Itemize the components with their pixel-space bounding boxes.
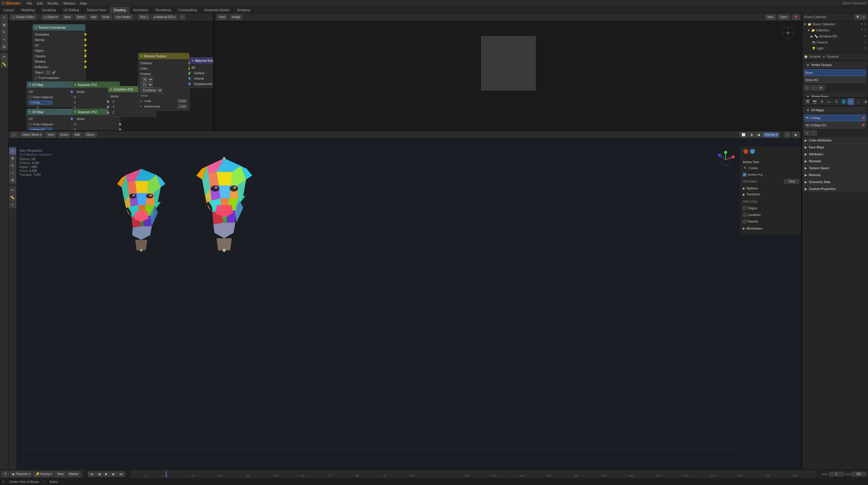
vp-tool-add[interactable]: + bbox=[9, 201, 16, 208]
vertex-group-bone[interactable]: Bone bbox=[804, 69, 866, 76]
shape-keys-header[interactable]: ▼ Shape Keys bbox=[804, 93, 866, 98]
vp-tool-transform[interactable]: ⊞ bbox=[9, 177, 16, 183]
remesh-header[interactable]: ▶ Remesh bbox=[802, 172, 868, 178]
socket-combine-xyz-x[interactable] bbox=[107, 100, 109, 103]
use-nodes-btn[interactable]: Use Nodes bbox=[114, 14, 132, 20]
voronoi-dim-select[interactable]: 3D bbox=[140, 76, 153, 82]
node-uv-map1[interactable]: ▼ UV Map UV From Instancer UVMap ✕ bbox=[27, 82, 75, 107]
prop-scene-tab[interactable]: 🎬 bbox=[804, 98, 811, 105]
socket-sep-xyz2-in[interactable] bbox=[71, 118, 73, 120]
tab-animation[interactable]: Animation bbox=[130, 7, 152, 13]
tab-layout[interactable]: Layout bbox=[0, 7, 18, 13]
node-menu[interactable]: Node bbox=[100, 14, 112, 20]
vp-tool-annotate[interactable]: ✏ bbox=[9, 187, 16, 194]
tool-move[interactable]: ✥ bbox=[1, 22, 7, 28]
node-voronoi-texture[interactable]: ▼ Voronoi Texture Distance Color Positio… bbox=[138, 53, 189, 111]
iv-image-tab[interactable]: Image bbox=[230, 14, 243, 20]
viewport-canvas[interactable]: ↖ ✥ ↻ ⤡ ⊞ ✏ 📏 + User Perspective (1) Col… bbox=[8, 139, 801, 478]
vp-tool-measure[interactable]: 📏 bbox=[9, 194, 16, 201]
vg-down-btn[interactable]: ▼ bbox=[817, 85, 825, 91]
slot-selector[interactable]: Slot 1 bbox=[138, 14, 150, 20]
frame-end-input[interactable]: 250 bbox=[851, 472, 866, 476]
gizmo-dot-y[interactable] bbox=[750, 149, 755, 154]
viewport-mode-select[interactable]: Object Mode ▾ bbox=[20, 132, 43, 137]
socket-sep-xyz2-x[interactable] bbox=[119, 123, 121, 126]
prop-material-tab[interactable]: ◑ bbox=[862, 98, 868, 105]
socket-camera[interactable] bbox=[84, 55, 87, 57]
tab-geometry-nodes[interactable]: Geometry Nodes bbox=[200, 7, 233, 13]
locations-checkbox[interactable] bbox=[743, 213, 746, 217]
socket-generated[interactable] bbox=[84, 33, 87, 36]
socket-mat-volume[interactable] bbox=[188, 77, 191, 79]
node-uv-map2-header[interactable]: ▼ UV Map bbox=[27, 109, 74, 115]
outliner-armature[interactable]: ▶ 🦴 Armature.001 👁 bbox=[802, 33, 868, 39]
tool-annotate[interactable]: ✏ bbox=[1, 54, 7, 60]
node-canvas[interactable]: ▼ Texture Coordinate Generated Normal UV bbox=[8, 21, 213, 130]
vp-tool-cursor[interactable]: ↖ bbox=[9, 148, 16, 155]
tool-measure[interactable]: 📏 bbox=[1, 61, 7, 68]
menu-edit[interactable]: Edit bbox=[35, 0, 45, 7]
uv-map-uvmap[interactable]: 📷 UVMap 📌 bbox=[804, 115, 866, 121]
object-selector[interactable]: ◻ Object ▾ bbox=[42, 14, 60, 20]
socket-object[interactable] bbox=[84, 50, 87, 52]
texture-space-header[interactable]: ▶ Texture Space bbox=[802, 165, 868, 171]
timeline-type[interactable]: ⏱ bbox=[2, 472, 9, 477]
view-menu[interactable]: View bbox=[62, 14, 73, 20]
vertex-groups-header[interactable]: ▼ Vertex Groups bbox=[804, 62, 866, 68]
prop-scene-props-tab[interactable]: ⚙ bbox=[833, 98, 840, 105]
uv-maps-header[interactable]: ▼ UV Maps bbox=[804, 107, 866, 114]
tab-shading[interactable]: Shading bbox=[110, 7, 129, 13]
iv-new-btn[interactable]: New bbox=[766, 14, 776, 20]
face-maps-header[interactable]: ▶ Face Maps bbox=[802, 144, 868, 151]
prop-output-tab[interactable]: 🖥 bbox=[818, 98, 825, 105]
tab-rendering[interactable]: Rendering bbox=[152, 7, 175, 13]
timeline-view-menu[interactable]: View bbox=[55, 472, 66, 477]
btn-jump-start[interactable]: ⏮ bbox=[88, 472, 95, 477]
material-selector[interactable]: ● Material.002 ▾ bbox=[151, 14, 177, 20]
socket-sep-xyz1-in[interactable] bbox=[71, 91, 73, 93]
vp-tool-move[interactable]: ✥ bbox=[9, 155, 16, 162]
viewport-editor-type[interactable]: 🎥 bbox=[10, 132, 18, 137]
iv-pin-btn[interactable]: 📌 bbox=[792, 14, 800, 20]
tool-transform[interactable]: ⊞ bbox=[1, 43, 7, 50]
menu-render[interactable]: Render bbox=[45, 0, 61, 7]
vp-tool-rotate[interactable]: ↻ bbox=[9, 162, 16, 169]
menu-help[interactable]: Help bbox=[78, 0, 89, 7]
prop-mesh-tab[interactable]: △ bbox=[855, 98, 861, 105]
node-uv-map2[interactable]: ▼ UV Map UV From Instancer UVMap.001 ✕ bbox=[27, 108, 75, 130]
parents-checkbox[interactable] bbox=[743, 220, 746, 223]
tool-scale[interactable]: ⤡ bbox=[1, 36, 7, 43]
voronoi-feature-select[interactable]: F1 bbox=[140, 82, 153, 88]
socket-window[interactable] bbox=[84, 60, 87, 63]
vg-remove-btn[interactable]: − bbox=[811, 85, 817, 91]
voronoi-distance-select[interactable]: Euclidean bbox=[140, 88, 163, 93]
viewport-overlay-toggle[interactable]: ◉ bbox=[792, 132, 799, 137]
outliner-camera[interactable]: 📷 Camera 👁 bbox=[802, 39, 868, 45]
viewport-view-menu[interactable]: View bbox=[45, 132, 56, 137]
gizmo-dot-x[interactable] bbox=[743, 149, 748, 154]
tab-compositing[interactable]: Compositing bbox=[175, 7, 200, 13]
select-menu[interactable]: Select bbox=[74, 14, 87, 20]
prop-view-layer-tab[interactable]: 🗂 bbox=[826, 98, 832, 105]
vg-add-btn[interactable]: + bbox=[804, 85, 810, 91]
tab-texture-paint[interactable]: Texture Paint bbox=[83, 7, 110, 13]
shading-solid[interactable]: ◑ bbox=[748, 132, 755, 137]
btn-prev-frame[interactable]: ◀ bbox=[96, 472, 102, 477]
shading-wireframe[interactable]: ⬜ bbox=[740, 132, 747, 137]
socket-combine-xyz-z[interactable] bbox=[107, 111, 109, 114]
frame-start-input[interactable]: 1 bbox=[829, 472, 844, 476]
tab-modeling[interactable]: Modeling bbox=[18, 7, 39, 13]
btn-play[interactable]: ▶ bbox=[103, 472, 110, 477]
viewport-gizmo-toggle[interactable]: ⌖ bbox=[784, 132, 790, 137]
btn-next-frame[interactable]: ▶ bbox=[111, 472, 117, 477]
vp-tool-scale[interactable]: ⤡ bbox=[9, 169, 16, 176]
socket-sep-xyz2-y[interactable] bbox=[119, 128, 121, 130]
node-tex-coordinate[interactable]: ▼ Texture Coordinate Generated Normal UV bbox=[33, 24, 85, 82]
timeline-playback[interactable]: ▶ Playback ▾ bbox=[10, 472, 32, 477]
uv-map-uvmap001[interactable]: 📷 UVMap.001 📌 bbox=[804, 122, 866, 128]
node-uv-map1-header[interactable]: ▼ UV Map bbox=[27, 82, 74, 88]
tool-rotate[interactable]: ↻ bbox=[1, 29, 7, 36]
prop-object-tab[interactable]: ◻ bbox=[847, 98, 854, 105]
normals-header[interactable]: ▶ Normals bbox=[802, 158, 868, 164]
node-tex-coord-header[interactable]: ▼ Texture Coordinate bbox=[33, 25, 85, 30]
